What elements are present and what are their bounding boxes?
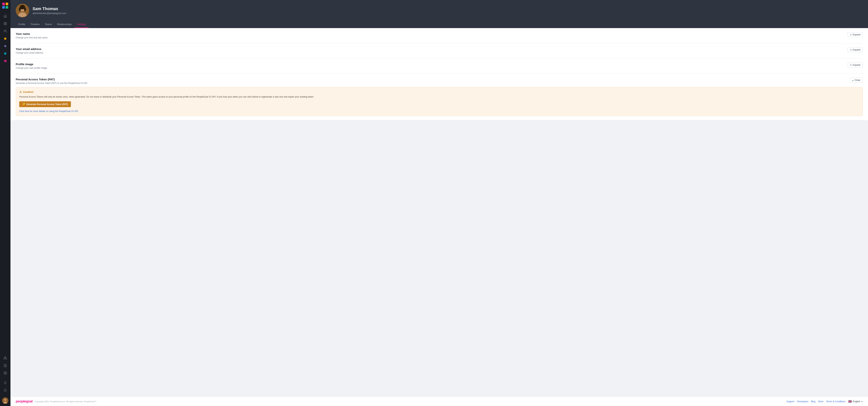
svg-rect-16	[4, 358, 5, 359]
svg-point-20	[5, 373, 6, 374]
profile-image-expand-button[interactable]: Expand	[847, 62, 863, 67]
header-user-details: Sam Thomas administrator@peoplegoal.com	[33, 6, 66, 14]
pat-close-button[interactable]: Close	[849, 78, 863, 83]
svg-rect-4	[4, 22, 5, 23]
your-name-info: Your name Change your first and last nam…	[16, 32, 844, 39]
profile-image-actions: Expand	[847, 62, 863, 67]
tab-settings[interactable]: Settings	[74, 21, 89, 28]
your-name-title: Your name	[16, 32, 844, 35]
svg-rect-5	[6, 22, 6, 23]
footer-copyright: Copyright 2020, PeopleGoal.com. All righ…	[35, 400, 96, 403]
svg-rect-17	[6, 358, 7, 359]
pat-close-label: Close	[855, 79, 860, 82]
svg-rect-6	[4, 24, 5, 25]
email-section: Your email address Change your email add…	[16, 43, 863, 58]
expand-arrows-icon	[850, 33, 852, 36]
svg-marker-10	[4, 45, 6, 48]
caution-title-text: Caution!	[23, 90, 34, 93]
footer-support-link[interactable]: Support	[786, 400, 794, 403]
star-nav-icon[interactable]	[2, 35, 9, 42]
page-footer: peoplegoal Copyright 2020, PeopleGoal.co…	[10, 397, 868, 406]
footer-logo: peoplegoal	[16, 400, 33, 403]
grid-nav-icon[interactable]	[2, 20, 9, 27]
home-nav-icon[interactable]	[2, 13, 9, 20]
profile-image-expand-label: Expand	[852, 64, 860, 66]
app-logo[interactable]	[2, 2, 9, 9]
people-nav-icon[interactable]	[2, 28, 9, 34]
pat-title: Personal Access Token (PAT)	[16, 78, 88, 81]
settings-nav-icon[interactable]	[2, 370, 9, 376]
email-actions: Expand	[847, 48, 863, 52]
header-user-name: Sam Thomas	[33, 6, 66, 11]
svg-point-8	[4, 30, 5, 31]
sidebar	[0, 0, 10, 406]
pat-desc: Generate a Personal Access Token (PAT) t…	[16, 82, 88, 84]
settings-form: Your name Change your first and last nam…	[10, 28, 868, 120]
caution-title: Caution!	[19, 90, 859, 94]
report-nav-icon[interactable]	[2, 362, 9, 369]
close-chevron-up-icon	[852, 79, 854, 82]
email-info: Your email address Change your email add…	[16, 48, 844, 54]
language-label: English	[853, 400, 860, 403]
key-icon	[22, 103, 25, 106]
profile-image-info: Profile image Change your user profile i…	[16, 62, 844, 69]
footer-logo-accent: goal	[26, 400, 33, 403]
org-chart-nav-icon[interactable]	[2, 355, 9, 361]
bell-nav-icon[interactable]	[2, 387, 9, 394]
profile-image-section: Profile image Change your user profile i…	[16, 58, 863, 74]
email-title: Your email address	[16, 48, 844, 51]
svg-rect-3	[6, 6, 8, 9]
svg-rect-2	[2, 6, 5, 9]
footer-developers-link[interactable]: Developers	[797, 400, 808, 403]
user-avatar-header	[16, 4, 29, 17]
your-name-expand-label: Expand	[852, 33, 860, 36]
svg-point-22	[4, 399, 6, 401]
svg-rect-15	[5, 357, 6, 357]
svg-rect-7	[6, 24, 6, 25]
generate-pat-button[interactable]: Generate Personal Access Token (PAT)	[19, 101, 71, 107]
warning-triangle-icon	[19, 90, 22, 94]
expand-arrows-icon-2	[850, 49, 852, 51]
expand-arrows-icon-3	[850, 64, 852, 66]
email-expand-label: Expand	[852, 49, 860, 51]
svg-rect-1	[6, 3, 8, 5]
flag-icon: 🇬🇧	[848, 400, 852, 403]
tab-teams[interactable]: Teams	[42, 21, 55, 28]
header-user-email: administrator@peoplegoal.com	[33, 12, 66, 14]
tab-timeline[interactable]: Timeline	[28, 21, 42, 28]
settings-tabs: Profile Timeline Teams Relationships Set…	[16, 21, 863, 28]
svg-rect-0	[2, 3, 5, 5]
email-expand-button[interactable]: Expand	[847, 48, 863, 52]
graduation-nav-icon[interactable]	[2, 58, 9, 64]
pat-section: Personal Access Token (PAT) Generate a P…	[16, 74, 863, 120]
your-name-expand-button[interactable]: Expand	[847, 32, 863, 37]
pat-actions: Close	[849, 78, 863, 83]
generate-pat-label: Generate Personal Access Token (PAT)	[26, 103, 68, 106]
svg-point-29	[24, 7, 26, 11]
footer-logo-text: people	[16, 400, 26, 403]
pat-info: Personal Access Token (PAT) Generate a P…	[16, 78, 88, 84]
tab-profile[interactable]: Profile	[16, 21, 28, 28]
header-user-info: Sam Thomas administrator@peoplegoal.com	[16, 4, 863, 20]
footer-blog-link[interactable]: Blog	[811, 400, 815, 403]
caution-box: Caution! Personal Access Tokens will onl…	[16, 87, 863, 116]
tab-relationships[interactable]: Relationships	[55, 21, 74, 28]
user-avatar-sidebar[interactable]	[2, 397, 8, 404]
footer-links: Support Developers Blog Store Terms & Co…	[786, 400, 863, 403]
api-details-link[interactable]: Click here for more details on using the…	[19, 110, 79, 113]
footer-store-link[interactable]: Store	[818, 400, 824, 403]
your-name-section: Your name Change your first and last nam…	[16, 28, 863, 43]
caution-text: Personal Access Tokens will only be show…	[19, 95, 859, 99]
footer-branding: peoplegoal Copyright 2020, PeopleGoal.co…	[16, 400, 96, 403]
profile-image-desc: Change your user profile image.	[16, 67, 844, 69]
svg-point-28	[19, 7, 21, 11]
your-name-desc: Change your first and last name.	[16, 36, 844, 39]
language-selector[interactable]: 🇬🇧 English	[848, 400, 863, 403]
bolt-nav-icon[interactable]	[2, 43, 9, 50]
svg-marker-9	[4, 37, 7, 40]
email-desc: Change your email address.	[16, 52, 844, 54]
idea-nav-icon[interactable]	[2, 379, 9, 386]
language-chevron-down-icon	[861, 400, 863, 403]
asterisk-nav-icon[interactable]	[2, 50, 9, 57]
footer-terms-link[interactable]: Terms & Conditions	[826, 400, 845, 403]
